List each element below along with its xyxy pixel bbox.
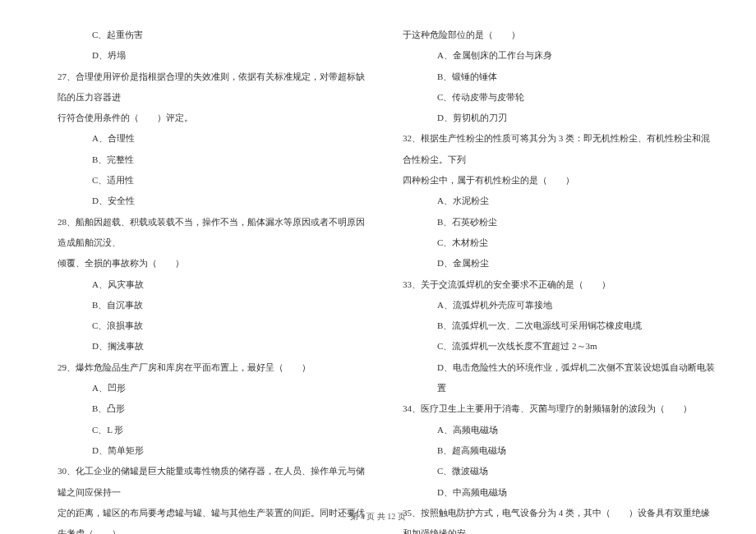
option-item: D、坍塌	[58, 45, 370, 66]
option-item: D、金属粉尘	[403, 253, 715, 274]
option-item: C、木材粉尘	[403, 232, 715, 253]
option-item: D、中高频电磁场	[403, 482, 715, 503]
option-item: B、自沉事故	[58, 295, 370, 315]
option-item: C、L 形	[58, 420, 370, 440]
option-item: C、微波磁场	[403, 461, 715, 481]
question-30-stem: 30、化工企业的储罐是巨大能量或毒性物质的储存器，在人员、操作单元与储罐之间应保…	[58, 461, 370, 503]
option-item: A、风灾事故	[58, 274, 370, 295]
option-item: C、起重伤害	[58, 25, 370, 45]
question-28-stem-cont: 倾覆、全损的事故称为（ ）	[58, 253, 370, 274]
option-item: B、石英砂粉尘	[403, 212, 715, 232]
question-27-stem: 27、合理使用评价是指根据合理的失效准则，依据有关标准规定，对带超标缺陷的压力容…	[58, 67, 370, 108]
question-33-stem: 33、关于交流弧焊机的安全要求不正确的是（ ）	[403, 274, 715, 295]
option-item: D、电击危险性大的环境作业，弧焊机二次侧不宜装设熄弧自动断电装置	[403, 357, 715, 399]
option-item: A、水泥粉尘	[403, 191, 715, 211]
question-28-stem: 28、船舶因超载、积载或装载不当，操作不当，船体漏水等原因或者不明原因造成船舶沉…	[58, 212, 370, 254]
question-27-stem-cont: 行符合使用条件的（ ）评定。	[58, 108, 370, 128]
option-item: A、流弧焊机外壳应可靠接地	[403, 295, 715, 315]
option-item: B、流弧焊机一次、二次电源线可采用铜芯橡皮电缆	[403, 315, 715, 336]
option-item: D、安全性	[58, 191, 370, 211]
option-item: A、合理性	[58, 128, 370, 149]
option-item: C、流弧焊机一次线长度不宜超过 2～3m	[403, 336, 715, 357]
question-32-stem-cont: 四种粉尘中，属于有机性粉尘的是（ ）	[403, 170, 715, 191]
page-footer: 第 4 页 共 12 页	[0, 511, 756, 522]
document-page: C、起重伤害 D、坍塌 27、合理使用评价是指根据合理的失效准则，依据有关标准规…	[0, 0, 756, 534]
option-item: D、剪切机的刀刃	[403, 108, 715, 128]
right-column: 于这种危险部位的是（ ） A、金属刨床的工作台与床身 B、锻锤的锤体 C、传动皮…	[403, 25, 715, 534]
option-item: C、传动皮带与皮带轮	[403, 87, 715, 108]
option-item: A、金属刨床的工作台与床身	[403, 45, 715, 66]
option-item: B、完整性	[58, 150, 370, 170]
option-item: B、锻锤的锤体	[403, 67, 715, 87]
option-item: D、简单矩形	[58, 440, 370, 461]
question-31-stem-cont: 于这种危险部位的是（ ）	[403, 25, 715, 45]
option-item: B、凸形	[58, 398, 370, 419]
option-item: A、高频电磁场	[403, 420, 715, 440]
option-item: C、浪损事故	[58, 315, 370, 336]
option-item: B、超高频电磁场	[403, 440, 715, 461]
question-32-stem: 32、根据生产性粉尘的性质可将其分为 3 类：即无机性粉尘、有机性粉尘和混合性粉…	[403, 128, 715, 170]
left-column: C、起重伤害 D、坍塌 27、合理使用评价是指根据合理的失效准则，依据有关标准规…	[58, 25, 370, 534]
option-item: A、凹形	[58, 378, 370, 398]
option-item: D、搁浅事故	[58, 336, 370, 357]
question-29-stem: 29、爆炸危险品生产厂房和库房在平面布置上，最好呈（ ）	[58, 357, 370, 378]
option-item: C、适用性	[58, 170, 370, 191]
question-34-stem: 34、医疗卫生上主要用于消毒、灭菌与理疗的射频辐射的波段为（ ）	[403, 398, 715, 419]
